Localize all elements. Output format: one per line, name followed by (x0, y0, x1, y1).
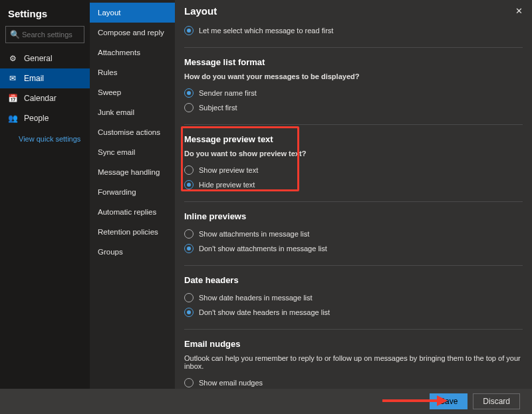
footer-bar: Save Discard (0, 389, 532, 414)
radio-icon (184, 180, 194, 189)
subnav-item-attachments[interactable]: Attachments (90, 43, 175, 62)
section-title: Message list format (184, 57, 523, 67)
radio-dont-show-inline-attachments[interactable]: Don't show attachments in message list (184, 241, 523, 256)
subnav-item-message-handling[interactable]: Message handling (90, 162, 175, 182)
section-desc: Do you want to show preview text? (184, 150, 523, 157)
page-title: Layout (184, 5, 217, 17)
radio-show-email-nudges[interactable]: Show email nudges (184, 375, 523, 389)
radio-icon (184, 308, 194, 317)
subnav-item-forwarding[interactable]: Forwarding (90, 182, 175, 202)
radio-icon (184, 293, 194, 302)
subnav-item-layout[interactable]: Layout (90, 3, 175, 23)
radio-select-message-manually[interactable]: Let me select which message to read firs… (184, 23, 523, 38)
radio-subject-first[interactable]: Subject first (184, 100, 523, 115)
radio-dont-show-date-headers[interactable]: Don't show date headers in message list (184, 305, 523, 320)
subnav-item-rules[interactable]: Rules (90, 62, 175, 82)
radio-icon (184, 229, 194, 239)
subnav-item-groups[interactable]: Groups (90, 242, 175, 262)
general-icon: ⚙ (8, 54, 17, 63)
calendar-icon: 📅 (8, 94, 17, 103)
section-title: Message preview text (184, 134, 523, 144)
radio-icon (184, 88, 194, 98)
nav-item-general[interactable]: ⚙General (0, 49, 90, 68)
section-inline-previews: Inline previews Show attachments in mess… (184, 201, 523, 265)
search-icon: 🔍 (10, 30, 19, 39)
subnav-item-automatic-replies[interactable]: Automatic replies (90, 202, 175, 222)
section-title: Email nudges (184, 339, 523, 349)
nav-item-label: People (24, 114, 49, 123)
section-message-list-format: Message list format How do you want your… (184, 47, 523, 124)
nav-item-people[interactable]: 👥People (0, 108, 90, 128)
save-button[interactable]: Save (430, 393, 467, 409)
view-quick-settings-link[interactable]: View quick settings (0, 128, 90, 143)
section-title: Date headers (184, 275, 523, 285)
section-focused-inbox-tail: Let me select which message to read firs… (184, 19, 523, 47)
nav-item-calendar[interactable]: 📅Calendar (0, 88, 90, 108)
radio-show-preview-text[interactable]: Show preview text (184, 163, 523, 177)
nav-item-label: General (24, 54, 53, 63)
section-desc: How do you want your messages to be disp… (184, 72, 523, 80)
subnav-item-sync-email[interactable]: Sync email (90, 142, 175, 162)
radio-show-inline-attachments[interactable]: Show attachments in message list (184, 227, 523, 241)
radio-icon (184, 26, 194, 35)
email-icon: ✉ (8, 74, 17, 83)
section-email-nudges: Email nudges Outlook can help you rememb… (184, 329, 523, 389)
subnav-item-compose-and-reply[interactable]: Compose and reply (90, 23, 175, 43)
radio-icon (184, 378, 194, 387)
nav-item-email[interactable]: ✉Email (0, 68, 90, 88)
search-box[interactable]: 🔍 (5, 26, 84, 43)
email-subnav: LayoutCompose and replyAttachmentsRulesS… (90, 0, 175, 389)
radio-icon (184, 165, 194, 175)
radio-hide-preview-text[interactable]: Hide preview text (184, 177, 523, 192)
section-date-headers: Date headers Show date headers in messag… (184, 265, 523, 329)
subnav-item-junk-email[interactable]: Junk email (90, 102, 175, 122)
layout-panel: Layout ✕ Let me select which message to … (175, 0, 532, 389)
subnav-item-sweep[interactable]: Sweep (90, 82, 175, 102)
subnav-item-customise-actions[interactable]: Customise actions (90, 122, 175, 142)
section-desc: Outlook can help you remember to reply t… (184, 354, 523, 370)
discard-button[interactable]: Discard (473, 393, 520, 409)
section-title: Inline previews (184, 211, 523, 221)
nav-item-label: Calendar (24, 94, 57, 103)
radio-icon (184, 244, 194, 253)
close-button[interactable]: ✕ (515, 6, 523, 16)
settings-sidebar: Settings 🔍 ⚙General✉Email📅Calendar👥Peopl… (0, 0, 90, 389)
radio-sender-name-first[interactable]: Sender name first (184, 86, 523, 100)
radio-icon (184, 103, 194, 112)
radio-show-date-headers[interactable]: Show date headers in message list (184, 290, 523, 305)
search-input[interactable] (22, 31, 80, 39)
nav-item-label: Email (24, 74, 44, 83)
section-message-preview-text: Message preview text Do you want to show… (184, 124, 523, 201)
people-icon: 👥 (8, 114, 17, 123)
settings-title: Settings (0, 5, 90, 26)
subnav-item-retention-policies[interactable]: Retention policies (90, 222, 175, 242)
